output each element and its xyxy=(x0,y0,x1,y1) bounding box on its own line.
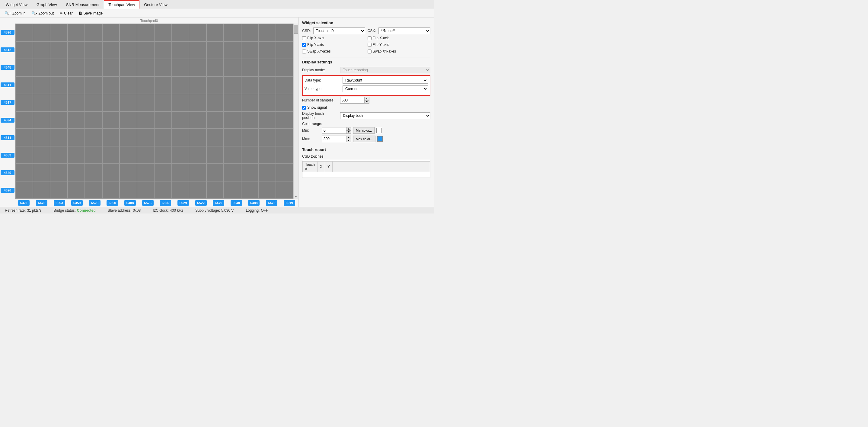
grid-cell xyxy=(137,24,155,41)
grid-cell xyxy=(120,24,137,41)
grid-cell xyxy=(33,94,51,112)
grid-cell xyxy=(16,41,33,59)
grid-cell xyxy=(276,146,293,164)
swap-xy-left-label: Swap XY-axes xyxy=(307,49,331,54)
save-image-button[interactable]: 🖼 Save image xyxy=(76,10,105,17)
flip-x-right-label: Flip X-axis xyxy=(373,36,390,40)
bridge-status-label: Bridge status: xyxy=(54,208,75,213)
clear-button[interactable]: ✏ Clear xyxy=(57,10,75,17)
flip-y-left-label: Flip Y-axis xyxy=(307,42,324,47)
slave-address-item: Slave address: 0x08 xyxy=(108,208,141,213)
num-samples-up[interactable]: ▲ xyxy=(364,97,369,100)
swap-xy-right-checkbox[interactable] xyxy=(368,50,372,54)
max-color-button[interactable]: Max color... xyxy=(353,135,375,142)
num-samples-down[interactable]: ▼ xyxy=(364,100,369,103)
grid-cell xyxy=(102,181,120,199)
scroll-thumb[interactable] xyxy=(294,25,298,34)
grid-cell xyxy=(16,24,33,41)
zoom-in-button[interactable]: 🔍+ Zoom in xyxy=(2,10,28,17)
col-label: 6550 xyxy=(106,200,118,206)
data-type-select[interactable]: RawCount xyxy=(343,77,428,84)
row-label: 4611 xyxy=(1,83,14,87)
right-panel: Widget selection CSD: Touchpad0 CSX: **N… xyxy=(298,18,434,207)
grid-cell xyxy=(120,164,137,181)
grid-cell xyxy=(224,164,241,181)
grid-cell xyxy=(16,164,33,181)
col-label: 6529 xyxy=(178,200,189,206)
slave-address-label: Slave address: xyxy=(108,208,132,213)
csd-select[interactable]: Touchpad0 xyxy=(313,28,365,34)
flip-y-left-checkbox[interactable] xyxy=(302,43,306,47)
min-input[interactable] xyxy=(322,127,346,134)
min-down[interactable]: ▼ xyxy=(346,130,351,134)
grid-cell xyxy=(241,77,259,94)
display-touch-position-select[interactable]: Display both xyxy=(340,112,430,119)
grid-cell xyxy=(207,146,224,164)
grid-cell xyxy=(50,77,68,94)
zoom-out-button[interactable]: 🔍- Zoom out xyxy=(29,10,56,17)
min-spinbox: ▲ ▼ xyxy=(322,127,351,134)
grid-cell xyxy=(33,181,51,199)
show-signal-checkbox[interactable] xyxy=(302,106,306,110)
max-input[interactable] xyxy=(322,135,346,142)
grid-cell xyxy=(189,164,207,181)
zoom-in-icon: 🔍+ xyxy=(4,11,11,16)
tab-widget-view[interactable]: Widget View xyxy=(1,0,32,9)
scroll-down-arrow[interactable]: ▼ xyxy=(294,195,297,199)
grid-cell xyxy=(154,164,172,181)
i2c-clock-value: 400 kHz xyxy=(170,208,183,213)
flip-x-right-checkbox[interactable] xyxy=(368,36,372,40)
swap-xy-left-checkbox[interactable] xyxy=(302,50,306,54)
row-label: 4617 xyxy=(1,100,14,105)
col-label: 6488 xyxy=(124,200,136,206)
grid-cell xyxy=(85,94,102,112)
csx-select[interactable]: **None** xyxy=(378,28,430,34)
tab-touchpad-view[interactable]: Touchpad View xyxy=(104,0,140,9)
max-down[interactable]: ▼ xyxy=(346,139,351,142)
grid-cell xyxy=(85,41,102,59)
tab-snr-measurement[interactable]: SNR Measurement xyxy=(62,0,104,9)
touch-table: Touch # X Y xyxy=(302,161,430,172)
grid-cell xyxy=(50,181,68,199)
supply-voltage-value: 5.036 V xyxy=(221,208,234,213)
grid-cell xyxy=(172,129,189,146)
tab-graph-view[interactable]: Graph View xyxy=(32,0,62,9)
grid-cell xyxy=(172,59,189,77)
max-color-swatch[interactable] xyxy=(377,136,383,142)
grid-cell xyxy=(276,164,293,181)
grid-cell xyxy=(137,77,155,94)
grid-cell xyxy=(241,24,259,41)
grid-cell xyxy=(276,112,293,129)
display-touch-position-label: Display touch position: xyxy=(302,112,338,120)
tab-gesture-view[interactable]: Gesture View xyxy=(140,0,172,9)
col-label: 6526 xyxy=(160,200,171,206)
max-up[interactable]: ▲ xyxy=(346,135,351,139)
widget-selection-title: Widget selection xyxy=(302,21,430,25)
grid-cell xyxy=(258,77,276,94)
scrollbar[interactable]: ▼ xyxy=(293,24,298,199)
clear-icon: ✏ xyxy=(60,11,63,16)
grid-cell xyxy=(207,59,224,77)
min-color-button[interactable]: Min color... xyxy=(353,127,375,134)
show-signal-row: Show signal xyxy=(302,105,430,110)
flip-y-right-checkbox[interactable] xyxy=(368,43,372,47)
min-up[interactable]: ▲ xyxy=(346,127,351,130)
grid-cell xyxy=(102,77,120,94)
flip-x-left-checkbox[interactable] xyxy=(302,36,306,40)
grid-cell xyxy=(120,94,137,112)
display-mode-select[interactable]: Touch reporting xyxy=(340,67,430,73)
value-type-select[interactable]: Current xyxy=(343,86,428,92)
grid-cell xyxy=(241,59,259,77)
bridge-status-item: Bridge status: Connected xyxy=(54,208,95,213)
flip-x-right-row: Flip X-axis xyxy=(368,36,431,40)
max-spinbox: ▲ ▼ xyxy=(322,135,351,142)
num-samples-input[interactable] xyxy=(340,97,364,103)
refresh-rate-label: Refresh rate: xyxy=(5,208,26,213)
min-color-swatch[interactable] xyxy=(376,128,382,133)
grid-cell xyxy=(68,181,85,199)
grid-cell xyxy=(172,41,189,59)
grid-cell xyxy=(276,94,293,112)
grid-cell xyxy=(207,129,224,146)
grid-cell xyxy=(68,146,85,164)
grid-cell xyxy=(33,59,51,77)
